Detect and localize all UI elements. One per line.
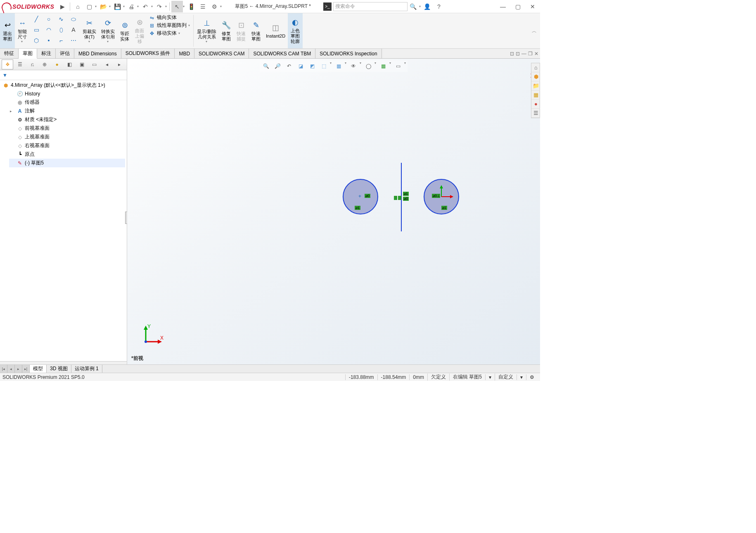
dropdown-icon[interactable]: ▾ [108,5,111,8]
tree-tab-property[interactable]: ☰ [14,59,26,69]
point-tool[interactable]: • [43,36,55,45]
tab-evaluate[interactable]: 评估 [56,49,74,58]
tree-item-origin[interactable]: ┗原点 [9,150,125,159]
convert-button[interactable]: ⟳ 转换实 体引用 ▾ [99,13,117,48]
slot-tool[interactable]: ⬭ [68,14,79,24]
polygon-tool[interactable]: ⬡ [31,36,42,45]
tree-item-annotations[interactable]: ▸A注解 [9,107,125,115]
tree-item-front-plane[interactable]: ◇前视基准面 [9,124,125,133]
tab-nav-next[interactable]: ▸ [15,365,22,373]
options-button[interactable]: ⚙ [209,1,220,12]
tree-item-right-plane[interactable]: ◇右视基准面 [9,141,125,150]
line-tool[interactable]: ╱ [31,14,42,24]
dropdown-icon[interactable]: ▾ [122,5,126,8]
user-icon[interactable]: 👤 [422,1,433,12]
dropdown-icon[interactable]: ▾ [164,5,168,8]
tab-inspection[interactable]: SOLIDWORKS Inspection [315,49,382,58]
select-button[interactable]: ↖ [171,1,183,12]
traffic-icon[interactable]: 🚦 [185,1,197,12]
tab-annotate[interactable]: 标注 [37,49,56,58]
shaded-contour-button[interactable]: ◐ 上色 草图 轮廓 [288,13,303,48]
tree-item-top-plane[interactable]: ◇上视基准面 [9,133,125,141]
viewport[interactable]: 🔍 🔎 ↶ ◪ ◩ ⬚▾ ▦▾ 👁▾ ◯▾ ▦▾ ▭▾ ↪ ✖ ⌂ ⬢ 📁 ▦ … [127,59,540,364]
linear-pattern-button[interactable]: ⊞线性草图阵列▾ [149,22,191,29]
ellipse-tool[interactable]: ⬯ [55,25,67,35]
undo-button[interactable]: ↶ [140,1,151,12]
smart-dimension-button[interactable]: ↔ 智能 尺寸 ▾ [15,13,30,48]
doc-prev-icon[interactable]: ⊡ [510,51,514,57]
quick-sketch-button[interactable]: ✎ 快速 草图 [249,13,263,48]
bottom-tab-3dview[interactable]: 3D 视图 [47,365,71,373]
tab-mbd-dim[interactable]: MBD Dimensions [74,49,121,58]
tree-filter[interactable]: ▼ [0,70,127,80]
mirror-button[interactable]: ⇋镜向实体 [149,14,191,21]
tree-item-history[interactable]: 🕘History [9,90,125,98]
dropdown-icon[interactable]: ▾ [94,5,97,8]
ribbon-collapse-icon[interactable]: ︿ [532,27,537,34]
tree-tab-display[interactable]: ● [51,59,63,69]
home-button[interactable]: ⌂ [72,1,83,12]
open-button[interactable]: 📂 [97,1,109,12]
fillet-tool[interactable]: ⌐ [55,36,67,45]
tab-addins[interactable]: SOLIDWORKS 插件 [121,49,175,58]
exit-sketch-button[interactable]: ↩ 退出 草图 [0,13,15,48]
list-icon[interactable]: ☰ [197,1,209,12]
help-icon[interactable]: ? [433,1,445,12]
tree-nav-right[interactable]: ▸ [114,59,125,69]
minimize-button[interactable]: — [495,1,510,12]
dropdown-icon[interactable]: ▾ [219,5,223,8]
show-relations-button[interactable]: ⊥ 显示/删除 几何关系 ▾ [194,13,219,48]
play-icon[interactable]: ▶ [57,1,68,12]
status-gear-icon[interactable]: ⚙ [526,374,538,380]
move-button[interactable]: ✥移动实体▾ [149,30,191,37]
tab-nav-last[interactable]: ▸| [22,365,30,373]
doc-restore-icon[interactable]: ❐ [528,51,533,57]
bottom-tab-motion[interactable]: 运动算例 1 [71,365,102,373]
tab-features[interactable]: 特征 [0,49,19,58]
doc-next-icon[interactable]: ⊡ [516,51,520,57]
tree-item-material[interactable]: ⚙材质 <未指定> [9,115,125,124]
new-doc-button[interactable]: ▢ [83,1,95,12]
search-toggle[interactable]: >_ [323,2,332,11]
close-button[interactable]: ✕ [525,1,540,12]
tree-tab-dimxpert[interactable]: ⊕ [39,59,50,69]
print-button[interactable]: 🖨 [126,1,137,12]
tab-nav-prev[interactable]: ◂ [7,365,15,373]
bottom-tab-model[interactable]: 模型 [30,365,47,373]
tree-tab-8[interactable]: ▭ [88,59,100,69]
tree-item-sensors[interactable]: ◎传感器 [9,98,125,107]
tree-tab-config[interactable]: ⎌ [26,59,38,69]
tab-sketch[interactable]: 草图 [19,49,37,59]
status-menu-icon[interactable]: ▾ [517,374,526,380]
tab-cam-tbm[interactable]: SOLIDWORKS CAM TBM [249,49,315,58]
tree-item-sketch5[interactable]: ✎(-) 草图5 [9,159,125,167]
spline-tool[interactable]: ∿ [55,14,67,24]
tab-cam[interactable]: SOLIDWORKS CAM [194,49,249,58]
redo-button[interactable]: ↷ [154,1,165,12]
doc-minimize-icon[interactable]: — [521,51,526,57]
dropdown-icon[interactable]: ▾ [418,5,422,8]
status-unit-icon[interactable]: ▾ [485,374,495,380]
dropdown-icon[interactable]: ▾ [136,5,140,8]
offset-button[interactable]: ⊚ 等距 实体 [117,13,132,48]
save-button[interactable]: 💾 [111,1,123,12]
instant2d-button[interactable]: ◫ Instant2D [263,13,288,48]
doc-close-icon[interactable]: ✕ [534,51,538,57]
tab-mbd[interactable]: MBD [175,49,194,58]
tree-tab-feature[interactable]: ❖ [2,59,13,69]
tree-tab-6[interactable]: ◧ [64,59,75,69]
status-custom[interactable]: 自定义 [495,374,517,381]
tree-root[interactable]: ⬢ 4.Mirror_Array (默认<<默认>_显示状态 1>) [2,81,125,90]
text-tool[interactable]: A [68,25,79,35]
search-icon[interactable]: 🔍 [408,1,419,12]
circle-tool[interactable]: ○ [43,14,55,24]
maximize-button[interactable]: ▢ [510,1,525,12]
tree-tab-7[interactable]: ▣ [76,59,88,69]
arc-tool[interactable]: ◠ [43,25,55,35]
trim-button[interactable]: ✂ 剪裁实 体(T) ▾ [80,13,99,48]
rect-tool[interactable]: ▭ [31,25,42,35]
tree-nav-left[interactable]: ◂ [101,59,113,69]
search-input[interactable]: 搜索命令 [333,2,408,11]
dropdown-icon[interactable]: ▾ [150,5,154,8]
dropdown-icon[interactable]: ▾ [182,5,185,8]
